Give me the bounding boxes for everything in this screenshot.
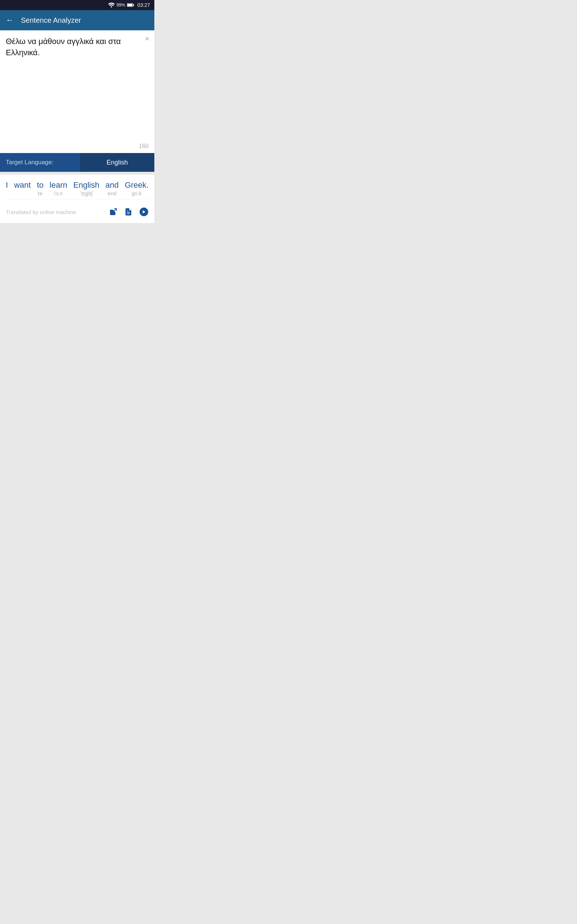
word-greek[interactable]: Greek. griːk	[125, 181, 148, 196]
translation-card: I want to tə learn lɜːn English ˈɪŋglɪʃ	[0, 175, 154, 223]
char-count: 160	[139, 143, 148, 149]
status-icons: 99% 03:27	[108, 2, 150, 8]
clear-button[interactable]: ×	[145, 35, 149, 43]
target-language-bar: Target Language: English	[0, 153, 154, 172]
target-language-value[interactable]: English	[80, 153, 154, 172]
status-bar: 99% 03:27	[0, 0, 154, 10]
word-want[interactable]: want	[14, 181, 31, 196]
svg-rect-1	[127, 4, 132, 6]
battery-level: 99%	[116, 3, 125, 8]
svg-rect-2	[133, 4, 134, 5]
word-to[interactable]: to tə	[37, 181, 43, 196]
sound-icon[interactable]	[139, 207, 148, 216]
word-and[interactable]: and ənd	[105, 181, 119, 196]
wifi-icon	[108, 3, 115, 8]
back-button[interactable]: ←	[6, 16, 14, 25]
app-title: Sentence Analyzer	[21, 16, 81, 24]
action-icons	[109, 207, 148, 216]
input-text: Θέλω να μάθουν αγγλικά και στα Ελληνικά.	[6, 36, 148, 58]
translated-words-row: I want to tə learn lɜːn English ˈɪŋglɪʃ	[6, 181, 148, 196]
time-display: 03:27	[137, 2, 150, 8]
translated-by-label: Translated by online machine	[6, 204, 76, 220]
battery-icon	[127, 3, 134, 7]
input-area[interactable]: Θέλω να μάθουν αγγλικά και στα Ελληνικά.…	[0, 30, 154, 153]
document-icon[interactable]	[124, 208, 133, 216]
app-bar: ← Sentence Analyzer	[0, 10, 154, 30]
external-link-icon[interactable]	[109, 208, 118, 216]
word-I[interactable]: I	[6, 181, 8, 196]
target-language-text: English	[106, 159, 128, 166]
word-english[interactable]: English ˈɪŋglɪʃ	[73, 181, 99, 196]
target-language-label: Target Language:	[0, 159, 80, 166]
word-learn[interactable]: learn lɜːn	[50, 181, 68, 196]
